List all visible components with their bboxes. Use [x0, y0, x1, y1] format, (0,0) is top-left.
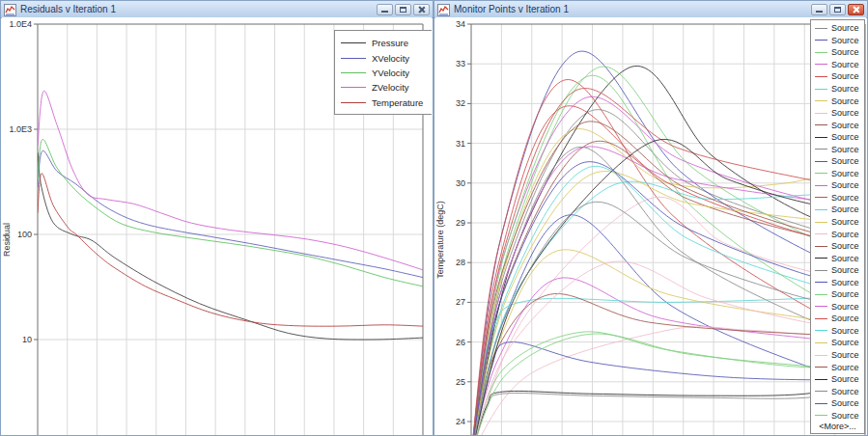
legend-line-swatch	[815, 222, 827, 223]
residuals-window: Residuals v Iteration 1 1.0E41.0E310010R…	[0, 0, 434, 436]
legend-line-swatch	[815, 294, 827, 295]
legend-line-swatch	[815, 197, 827, 198]
legend-label: Source	[831, 96, 859, 106]
legend-label: Source	[831, 254, 859, 263]
legend-line-swatch	[815, 415, 827, 416]
legend-line-swatch	[341, 87, 366, 88]
curves	[471, 51, 865, 435]
legend-label: Source	[831, 313, 859, 323]
legend-label: Source	[831, 289, 859, 299]
legend-label: YVelocity	[372, 68, 409, 78]
close-button[interactable]	[413, 4, 430, 15]
residuals-legend: PressureXVelocityYVelocityZVelocityTempe…	[334, 30, 432, 115]
legend-more-button[interactable]: <More>...	[815, 422, 864, 432]
y-axis-title: Temperature (degC)	[435, 201, 445, 279]
legend-line-swatch	[815, 64, 827, 65]
legend-label: Pressure	[372, 38, 408, 48]
legend-label: Source	[831, 350, 859, 360]
legend-label: Source	[831, 363, 859, 372]
minimize-button[interactable]	[811, 4, 827, 15]
legend-line-swatch	[815, 185, 827, 186]
legend-item: Source	[815, 119, 864, 131]
monitor-points-window: Monitor Points v Iteration 1 34333231302…	[434, 0, 868, 436]
restore-icon	[400, 7, 406, 13]
y-tick-label: 33	[456, 59, 465, 68]
legend-line-swatch	[815, 173, 827, 174]
legend-label: Source	[831, 36, 859, 45]
y-tick-label: 34	[456, 19, 465, 29]
legend-item: Source	[815, 337, 864, 349]
chart-window-icon	[437, 3, 450, 15]
legend-label: Source	[831, 217, 859, 227]
legend-line-swatch	[815, 76, 827, 77]
monitor-points-legend: SourceSourceSourceSourceSourceSourceSour…	[810, 19, 865, 434]
legend-label: Source	[831, 278, 859, 287]
legend-label: Source	[831, 60, 859, 69]
legend-line-swatch	[815, 367, 827, 368]
legend-item: Source	[815, 301, 864, 313]
legend-label: ZVelocity	[372, 82, 409, 93]
legend-item: Source	[815, 179, 864, 192]
legend-item: Source	[815, 22, 864, 35]
monitor-points-titlebar[interactable]: Monitor Points v Iteration 1	[434, 1, 867, 18]
legend-label: Source	[831, 193, 859, 203]
restore-button[interactable]	[395, 4, 411, 15]
series-curve-15	[471, 294, 865, 435]
legend-item: Source	[815, 349, 864, 362]
legend-line-swatch	[815, 379, 827, 380]
series-curve-7	[471, 197, 865, 435]
legend-label: Source	[831, 23, 859, 33]
legend-label: Source	[831, 169, 859, 178]
legend-label: Source	[831, 411, 859, 421]
close-button[interactable]	[848, 4, 864, 15]
series-curve-20	[471, 386, 865, 435]
legend-item: Source	[815, 70, 864, 83]
legend-line-swatch	[815, 149, 827, 150]
restore-button[interactable]	[829, 4, 846, 15]
legend-line-swatch	[341, 102, 366, 103]
legend-label: Source	[831, 326, 859, 336]
legend-item: Source	[815, 59, 864, 71]
window-title: Residuals v Iteration 1	[20, 2, 373, 17]
legend-item: Source	[815, 131, 864, 144]
legend-line-swatch	[341, 42, 366, 43]
chart-window-icon	[4, 3, 16, 15]
residuals-titlebar[interactable]: Residuals v Iteration 1	[1, 1, 433, 18]
legend-label: Source	[831, 108, 859, 118]
legend-item: Source	[815, 252, 864, 264]
legend-item: Source	[815, 228, 864, 240]
legend-item: Source	[815, 276, 864, 288]
legend-line-swatch	[815, 100, 827, 101]
minimize-icon	[816, 11, 823, 13]
minimize-button[interactable]	[377, 4, 393, 15]
series-curve-22	[471, 332, 865, 435]
legend-line-swatch	[815, 52, 827, 53]
close-icon	[418, 6, 426, 14]
restore-icon	[834, 7, 841, 13]
legend-item: Source	[815, 35, 864, 47]
series-curve-18	[471, 293, 865, 435]
legend-line-swatch	[815, 391, 827, 392]
y-axis-title: Residual	[2, 223, 12, 257]
y-tick-label: 26	[456, 338, 465, 347]
legend-line-swatch	[815, 318, 827, 319]
y-tick-label: 24	[456, 417, 465, 426]
legend-label: Source	[831, 265, 859, 275]
series-curve-2	[38, 139, 423, 286]
legend-item: Source	[815, 46, 864, 59]
legend-item: Source	[815, 168, 864, 180]
legend-line-swatch	[815, 209, 827, 210]
series-curve-27	[471, 261, 865, 435]
legend-line-swatch	[815, 124, 827, 125]
y-tick-label: 25	[456, 377, 465, 387]
window-controls	[377, 4, 430, 15]
legend-item: Pressure	[341, 36, 428, 50]
y-tick-label: 28	[456, 258, 465, 267]
legend-item: Source	[815, 240, 864, 253]
series-curve-0	[38, 152, 423, 340]
series-curve-1	[471, 51, 865, 435]
legend-item: Source	[815, 313, 864, 325]
legend-line-swatch	[815, 89, 827, 90]
legend-item: Source	[815, 373, 864, 386]
legend-line-swatch	[815, 270, 827, 271]
